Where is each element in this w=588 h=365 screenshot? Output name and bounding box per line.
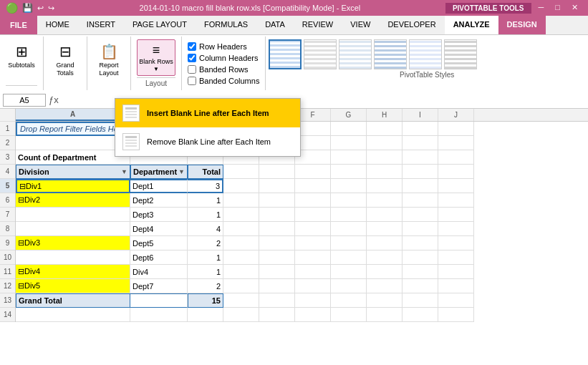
cell-H4[interactable] (367, 165, 403, 179)
banded-rows-checkbox[interactable] (188, 65, 196, 74)
cell-E11[interactable] (259, 265, 295, 279)
cell-A13[interactable]: Grand Total (16, 293, 130, 308)
cell-I3[interactable] (403, 150, 438, 165)
cell-E5[interactable] (259, 179, 295, 193)
cell-C11[interactable]: 1 (188, 265, 223, 279)
style-box-3[interactable] (339, 39, 372, 69)
cell-G5[interactable] (331, 179, 367, 193)
cell-D10[interactable] (223, 250, 259, 265)
report-layout-button[interactable]: 📋 Report Layout (93, 39, 125, 81)
grand-totals-button[interactable]: ⊟ Grand Totals (49, 39, 81, 81)
cell-B5[interactable]: Dept1 (130, 179, 188, 193)
cell-H8[interactable] (367, 222, 403, 236)
cell-C10[interactable]: 1 (188, 250, 223, 265)
cell-H10[interactable] (367, 250, 403, 265)
cell-G2[interactable] (331, 136, 367, 150)
cell-B8[interactable]: Dept4 (130, 222, 188, 236)
cell-J1[interactable] (438, 122, 474, 136)
cell-I7[interactable] (403, 208, 438, 222)
cell-B12[interactable]: Dept7 (130, 279, 188, 293)
cell-B10[interactable]: Dept6 (130, 250, 188, 265)
cell-A6[interactable]: ⊟Div2 (16, 193, 130, 208)
home-tab[interactable]: HOME (37, 16, 78, 34)
cell-F8[interactable] (295, 222, 331, 236)
cell-F11[interactable] (295, 265, 331, 279)
formulas-tab[interactable]: FORMULAS (196, 16, 256, 34)
cell-A8[interactable] (16, 222, 130, 236)
cell-B4[interactable]: Department ▼ (130, 165, 188, 179)
cell-C12[interactable]: 2 (188, 279, 223, 293)
cell-E10[interactable] (259, 250, 295, 265)
cell-J5[interactable] (438, 179, 474, 193)
design-tab[interactable]: DESIGN (498, 16, 546, 34)
cell-I9[interactable] (403, 236, 438, 250)
undo-icon[interactable]: ↩ (37, 4, 44, 13)
cell-C14[interactable] (188, 308, 223, 322)
cell-G11[interactable] (331, 265, 367, 279)
page-layout-tab[interactable]: PAGE LAYOUT (124, 16, 196, 34)
analyze-tab[interactable]: ANALYZE (445, 16, 498, 34)
cell-B14[interactable] (130, 308, 188, 322)
cell-F10[interactable] (295, 250, 331, 265)
style-box-1[interactable] (269, 39, 302, 69)
cell-D14[interactable] (223, 308, 259, 322)
cell-D4[interactable] (223, 165, 259, 179)
cell-E8[interactable] (259, 222, 295, 236)
cell-F7[interactable] (295, 208, 331, 222)
quick-access-save[interactable]: 💾 (22, 3, 33, 13)
cell-C4[interactable]: Total (188, 165, 223, 179)
style-box-6[interactable] (444, 39, 477, 69)
column-headers-checkbox[interactable] (188, 54, 196, 62)
review-tab[interactable]: REVIEW (294, 16, 342, 34)
cell-A2[interactable] (16, 136, 130, 150)
cell-H6[interactable] (367, 193, 403, 208)
cell-I2[interactable] (403, 136, 438, 150)
cell-A4[interactable]: Division ▼ (16, 165, 130, 179)
cell-F9[interactable] (295, 236, 331, 250)
view-tab[interactable]: VIEW (342, 16, 379, 34)
cell-G10[interactable] (331, 250, 367, 265)
blank-rows-button[interactable]: ≡ Blank Rows ▼ (137, 39, 175, 76)
cell-J4[interactable] (438, 165, 474, 179)
cell-H12[interactable] (367, 279, 403, 293)
cell-H7[interactable] (367, 208, 403, 222)
cell-reference-input[interactable] (3, 94, 46, 107)
cell-G13[interactable] (331, 293, 367, 308)
cell-C13[interactable]: 15 (188, 293, 223, 308)
cell-D7[interactable] (223, 208, 259, 222)
cell-B11[interactable]: Div4 (130, 265, 188, 279)
cell-J8[interactable] (438, 222, 474, 236)
cell-G7[interactable] (331, 208, 367, 222)
banded-columns-checkbox-row[interactable]: Banded Columns (188, 77, 259, 85)
cell-G6[interactable] (331, 193, 367, 208)
cell-A11[interactable]: ⊟Div4 (16, 265, 130, 279)
cell-J12[interactable] (438, 279, 474, 293)
cell-F5[interactable] (295, 179, 331, 193)
cell-E4[interactable] (259, 165, 295, 179)
cell-G1[interactable] (331, 122, 367, 136)
remove-blank-line-item[interactable]: Remove Blank Line after Each Item (115, 127, 300, 156)
cell-F12[interactable] (295, 279, 331, 293)
style-box-2[interactable] (304, 39, 337, 69)
cell-I12[interactable] (403, 279, 438, 293)
row-headers-checkbox-row[interactable]: Row Headers (188, 42, 259, 51)
cell-I13[interactable] (403, 293, 438, 308)
cell-J10[interactable] (438, 250, 474, 265)
cell-A1[interactable]: Drop Report Filter Fields Here (16, 122, 130, 136)
cell-H3[interactable] (367, 150, 403, 165)
cell-I10[interactable] (403, 250, 438, 265)
subtotals-button[interactable]: ⊞ Subtotals (6, 39, 37, 73)
developer-tab[interactable]: DEVELOPER (379, 16, 444, 34)
cell-A7[interactable] (16, 208, 130, 222)
cell-B7[interactable]: Dept3 (130, 208, 188, 222)
cell-I11[interactable] (403, 265, 438, 279)
cell-J3[interactable] (438, 150, 474, 165)
cell-H5[interactable] (367, 179, 403, 193)
cell-I4[interactable] (403, 165, 438, 179)
cell-J13[interactable] (438, 293, 474, 308)
cell-D11[interactable] (223, 265, 259, 279)
cell-B13[interactable] (130, 293, 188, 308)
cell-C6[interactable]: 1 (188, 193, 223, 208)
cell-A12[interactable]: ⊟Div5 (16, 279, 130, 293)
cell-H14[interactable] (367, 308, 403, 322)
